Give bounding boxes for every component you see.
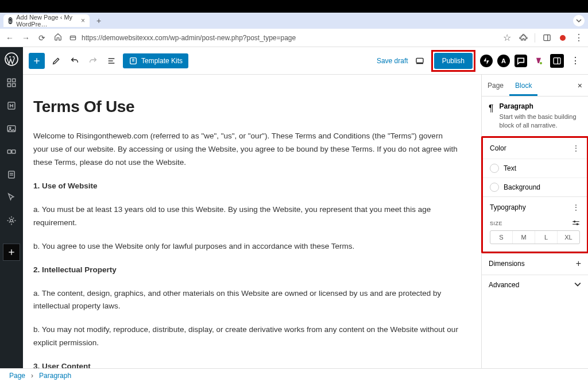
paragraph-2b[interactable]: b. You may not modify, reproduce, distri… [33, 323, 458, 350]
svg-rect-6 [7, 79, 10, 82]
svg-rect-27 [416, 58, 423, 63]
color-panel-header[interactable]: Color ⋮ [483, 138, 587, 159]
dimensions-add-icon[interactable]: + [576, 258, 581, 269]
tab-block[interactable]: Block [509, 75, 537, 96]
typography-panel-header[interactable]: Typography ⋮ [483, 197, 587, 218]
size-m-button[interactable]: M [513, 231, 535, 244]
settings-sidebar: Page Block × ¶ Paragraph Start with the … [481, 75, 588, 368]
size-l-button[interactable]: L [535, 231, 558, 244]
tab-page[interactable]: Page [482, 75, 509, 96]
page-title[interactable]: Terms Of Use [33, 98, 458, 116]
browser-menu-icon[interactable]: ⋮ [574, 33, 583, 43]
insert-block-button[interactable] [29, 53, 45, 69]
paragraph-2a[interactable]: a. The content, design, graphics, and ot… [33, 287, 458, 314]
chevron-down-icon [574, 281, 581, 290]
crumb-block[interactable]: Paragraph [39, 372, 71, 380]
browser-tab[interactable]: Add New Page ‹ My WordPre… × [3, 14, 90, 27]
paragraph-1b[interactable]: b. You agree to use the Website only for… [33, 240, 458, 253]
home-button[interactable] [53, 33, 63, 43]
paragraph-block-icon: ¶ [489, 102, 494, 114]
svg-rect-14 [12, 150, 16, 153]
heading-icon[interactable] [0, 94, 23, 117]
paragraph-intro[interactable]: Welcome to Risingontheweb.com (referred … [33, 130, 458, 169]
new-tab-button[interactable]: + [93, 15, 105, 26]
color-text-row[interactable]: Text [483, 159, 587, 178]
advanced-panel-header[interactable]: Advanced [482, 275, 588, 295]
sidebar-close-icon[interactable]: × [572, 81, 588, 90]
svg-point-29 [540, 62, 542, 64]
block-type-title: Paragraph [500, 102, 581, 110]
add-block-sidebar-button[interactable] [3, 244, 20, 261]
browser-tab-title: Add New Page ‹ My WordPre… [16, 14, 78, 28]
color-options-icon[interactable]: ⋮ [572, 144, 580, 153]
section-heading-2[interactable]: 2. Intellectual Property [33, 264, 458, 277]
typography-options-icon[interactable]: ⋮ [572, 203, 580, 212]
extensions-icon[interactable] [519, 33, 528, 43]
dimensions-panel-header[interactable]: Dimensions + [482, 253, 588, 275]
svg-rect-30 [554, 57, 560, 64]
svg-point-18 [10, 219, 13, 222]
section-heading-1[interactable]: 1. Use of Website [33, 180, 458, 193]
svg-point-35 [577, 223, 578, 225]
editor-canvas[interactable]: Terms Of Use Welcome to Risingontheweb.c… [23, 75, 481, 368]
site-info-icon[interactable] [69, 34, 77, 42]
paragraph-1a[interactable]: a. You must be at least 13 years old to … [33, 203, 458, 230]
svg-rect-3 [543, 35, 550, 41]
size-custom-icon[interactable] [572, 220, 580, 227]
settings-sidebar-toggle[interactable] [550, 54, 564, 68]
chat-icon[interactable] [514, 55, 527, 67]
jetpack-icon[interactable] [480, 55, 493, 67]
wordpress-logo-icon[interactable] [3, 51, 20, 68]
font-size-presets: S M L XL [490, 230, 580, 244]
section-heading-3[interactable]: 3. User Content [33, 360, 458, 368]
back-button[interactable]: ← [5, 33, 15, 43]
publish-button[interactable]: Publish [434, 53, 473, 69]
svg-point-33 [574, 221, 575, 222]
reload-button[interactable]: ⟳ [37, 33, 47, 43]
editor-toolbar: Template Kits Save draft Publish A ⋮ [23, 47, 588, 75]
typography-heading-label: Typography [490, 203, 526, 211]
astra-icon[interactable]: A [497, 55, 510, 67]
size-xl-button[interactable]: XL [558, 231, 579, 244]
document-icon[interactable] [0, 163, 23, 186]
color-background-label: Background [504, 183, 540, 191]
advanced-label: Advanced [489, 281, 519, 289]
profile-dot-icon[interactable] [558, 33, 567, 43]
crumb-page[interactable]: Page [9, 372, 25, 380]
color-heading-label: Color [490, 144, 506, 152]
url-box[interactable]: https://demowebsitexxx.com/wp-admin/post… [69, 34, 497, 42]
text-color-swatch [490, 164, 499, 173]
color-text-label: Text [504, 164, 516, 172]
block-breadcrumb: Page › Paragraph [0, 368, 588, 382]
template-kits-label: Template Kits [141, 57, 183, 65]
browser-tabstrip: Add New Page ‹ My WordPre… × + [0, 13, 588, 29]
options-menu-icon[interactable]: ⋮ [568, 54, 582, 68]
gear-icon[interactable] [0, 209, 23, 232]
window-dropdown-button[interactable] [573, 15, 585, 26]
columns-icon[interactable] [0, 140, 23, 163]
size-s-button[interactable]: S [490, 231, 513, 244]
bookmark-star-icon[interactable]: ☆ [502, 33, 512, 43]
undo-button[interactable] [68, 54, 82, 68]
cursor-icon[interactable] [0, 186, 23, 209]
edit-mode-icon[interactable] [49, 54, 63, 68]
grid-icon[interactable] [0, 71, 23, 94]
svg-rect-13 [7, 150, 11, 153]
wp-admin-sidebar [0, 47, 23, 368]
tab-close-icon[interactable]: × [81, 17, 85, 24]
publish-highlight: Publish [431, 50, 475, 72]
forward-button[interactable]: → [21, 33, 31, 43]
yoast-icon[interactable] [532, 54, 546, 68]
template-kits-button[interactable]: Template Kits [123, 53, 188, 68]
size-label: SIZE [490, 221, 502, 226]
outline-button[interactable] [105, 54, 118, 68]
image-icon[interactable] [0, 117, 23, 140]
preview-icon[interactable] [413, 54, 427, 68]
redo-button[interactable] [86, 54, 100, 68]
svg-rect-8 [7, 84, 10, 87]
color-background-row[interactable]: Background [483, 178, 587, 196]
wordpress-favicon-icon [8, 17, 13, 24]
panel-icon[interactable] [542, 33, 551, 43]
save-draft-button[interactable]: Save draft [377, 57, 408, 65]
svg-rect-1 [70, 36, 75, 40]
